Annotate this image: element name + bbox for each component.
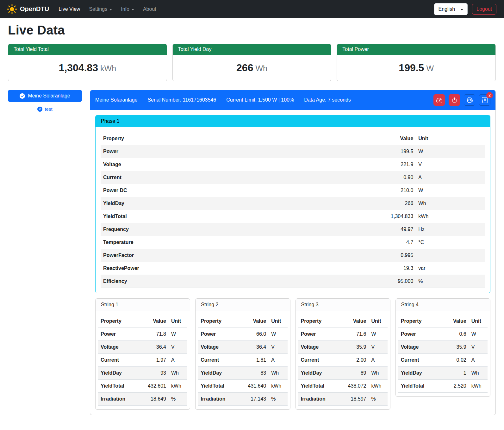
logout-button[interactable]: Logout: [472, 4, 496, 15]
phase-table: Property Value Unit Power199.5W Voltage2…: [101, 132, 485, 288]
inverter-button-active[interactable]: Meine Solaranlage: [8, 90, 82, 102]
brand[interactable]: OpenDTU: [4, 4, 52, 14]
table-row: YieldDay266Wh: [101, 197, 485, 210]
table-row: ReactivePower19.3var: [101, 262, 485, 275]
cell-property: Voltage: [101, 158, 377, 171]
x-circle-icon: [37, 107, 42, 112]
navbar-right: English Logout: [434, 3, 500, 15]
device-info-button[interactable]: [464, 94, 475, 106]
main-content: Live Data Total Yield Total 1,304.83kWh …: [0, 18, 504, 423]
nav-item-label: Live View: [59, 6, 80, 12]
total-yield-day-value: 266: [236, 62, 253, 73]
chevron-down-icon: [109, 9, 112, 10]
cell-property: Voltage: [98, 341, 141, 354]
table-row: Irradiation18.649%: [98, 393, 187, 406]
table-row: Irradiation17.143%: [198, 393, 287, 406]
cell-value: 1.81: [241, 354, 269, 367]
table-row: YieldTotal431.640kWh: [198, 380, 287, 393]
table-row: Voltage36.4V: [198, 341, 287, 354]
chevron-down-icon: [132, 9, 134, 10]
cell-value: 199.5: [377, 145, 416, 158]
string-card-body: Property Value Unit Power71.8W Voltage36…: [96, 311, 190, 409]
cell-value: 93: [141, 367, 168, 380]
col-header-unit: Unit: [169, 315, 187, 328]
cell-unit: A: [416, 171, 485, 184]
cell-property: Voltage: [398, 341, 441, 354]
cell-property: Power: [101, 145, 377, 158]
cell-unit: W: [369, 328, 387, 341]
cell-unit: °C: [416, 236, 485, 249]
cell-value: 438.072: [341, 380, 369, 393]
inverter-name: Meine Solaranlage: [95, 97, 137, 103]
cell-unit: W: [269, 328, 287, 341]
nav-item-about[interactable]: About: [139, 3, 161, 15]
table-row: YieldDay83Wh: [198, 367, 287, 380]
string-card-body: Property Value Unit Power0.6W Voltage35.…: [396, 311, 490, 396]
nav-item-label: Info: [121, 6, 129, 12]
total-power-unit: W: [426, 64, 434, 73]
strings-row: String 1 Property Value Unit: [95, 298, 490, 410]
table-row: Power71.6W: [298, 328, 388, 341]
cell-value: 66.0: [241, 328, 269, 341]
event-log-button[interactable]: 2: [479, 94, 490, 106]
inverter-serial: Serial Number: 116171603546: [147, 97, 216, 103]
journal-text-icon: [482, 97, 488, 103]
table-row: Temperature4.7°C: [101, 236, 485, 249]
table-row: Current1.81A: [198, 354, 287, 367]
inverter-button-test[interactable]: test: [37, 106, 52, 112]
string-3-table: Property Value Unit Power71.6W Voltage35…: [298, 315, 388, 406]
cell-value: 266: [377, 197, 416, 210]
total-yield-day-unit: Wh: [255, 64, 267, 73]
table-row: Current2.00A: [298, 354, 388, 367]
cell-property: YieldDay: [198, 367, 241, 380]
navbar: OpenDTU Live View Settings Info About En…: [0, 0, 504, 18]
nav-item-live-view[interactable]: Live View: [54, 3, 84, 15]
limit-settings-button[interactable]: [433, 94, 445, 106]
string-2-card: String 2 Property Value Unit: [195, 298, 290, 410]
table-row: Voltage35.9V: [398, 341, 488, 354]
cell-property: Power: [198, 328, 241, 341]
sun-logo-icon: [7, 4, 17, 14]
cell-value: 0.6: [441, 328, 469, 341]
cell-property: Current: [101, 171, 377, 184]
cell-unit: kWh: [369, 380, 387, 393]
table-row: Frequency49.97Hz: [101, 223, 485, 236]
cell-unit: V: [416, 158, 485, 171]
cell-value: 95.000: [377, 275, 416, 288]
language-select[interactable]: English: [434, 3, 468, 15]
table-row: Irradiation18.597%: [298, 393, 388, 406]
cell-unit: A: [369, 354, 387, 367]
cell-property: Voltage: [298, 341, 341, 354]
col-header-property: Property: [298, 315, 341, 328]
nav-item-label: About: [143, 6, 156, 12]
card-body: 266Wh: [173, 55, 331, 81]
cell-property: YieldTotal: [101, 210, 377, 223]
cell-value: 18.597: [341, 393, 369, 406]
table-row: Power0.6W: [398, 328, 488, 341]
cell-value: 71.8: [141, 328, 168, 341]
cell-value: 36.4: [141, 341, 168, 354]
cell-unit: kWh: [269, 380, 287, 393]
cell-value: 0.90: [377, 171, 416, 184]
cell-unit: A: [269, 354, 287, 367]
cell-unit: Wh: [469, 367, 488, 380]
power-toggle-button[interactable]: [449, 94, 460, 106]
chevron-down-icon: [461, 9, 463, 10]
table-row: YieldTotal1,304.833kWh: [101, 210, 485, 223]
cell-unit: %: [169, 393, 187, 406]
col-header-value: Value: [341, 315, 369, 328]
cell-property: YieldTotal: [98, 380, 141, 393]
table-header-row: Property Value Unit: [298, 315, 388, 328]
table-header-row: Property Value Unit: [398, 315, 488, 328]
cell-property: YieldDay: [98, 367, 141, 380]
nav-item-info[interactable]: Info: [116, 3, 139, 15]
cell-value: 2.00: [341, 354, 369, 367]
cell-unit: Wh: [169, 367, 187, 380]
phase-card-title: Phase 1: [96, 115, 490, 127]
table-header-row: Property Value Unit: [101, 132, 485, 145]
table-row: YieldDay1Wh: [398, 367, 488, 380]
nav-item-settings[interactable]: Settings: [84, 3, 116, 15]
total-power-value: 199.5: [399, 62, 424, 73]
cell-property: Power: [298, 328, 341, 341]
phase-card: Phase 1 Property Value Unit: [95, 115, 490, 293]
